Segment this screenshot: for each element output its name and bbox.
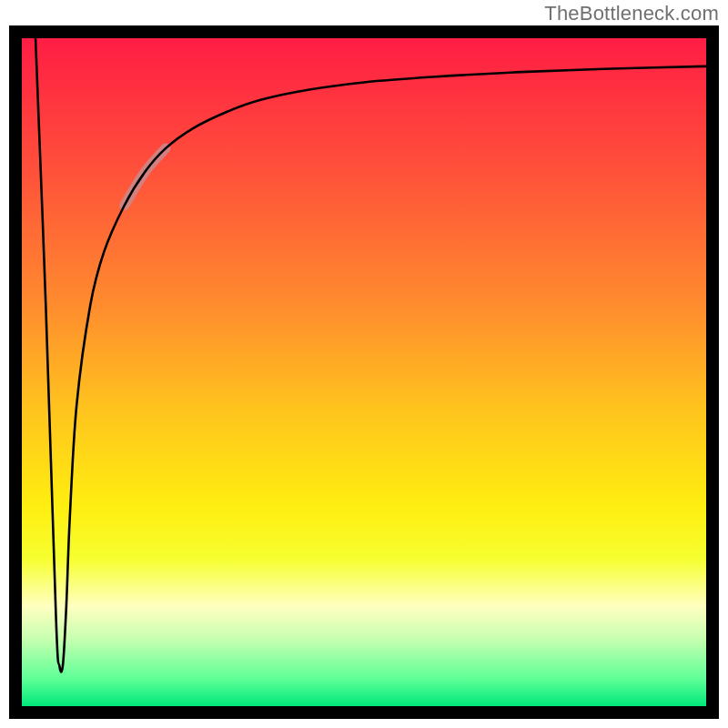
gradient-background [22, 38, 706, 706]
chart-stage: TheBottleneck.com [0, 0, 728, 728]
chart-svg [9, 25, 719, 719]
plot-area [9, 25, 719, 719]
attribution-text: TheBottleneck.com [544, 2, 719, 25]
